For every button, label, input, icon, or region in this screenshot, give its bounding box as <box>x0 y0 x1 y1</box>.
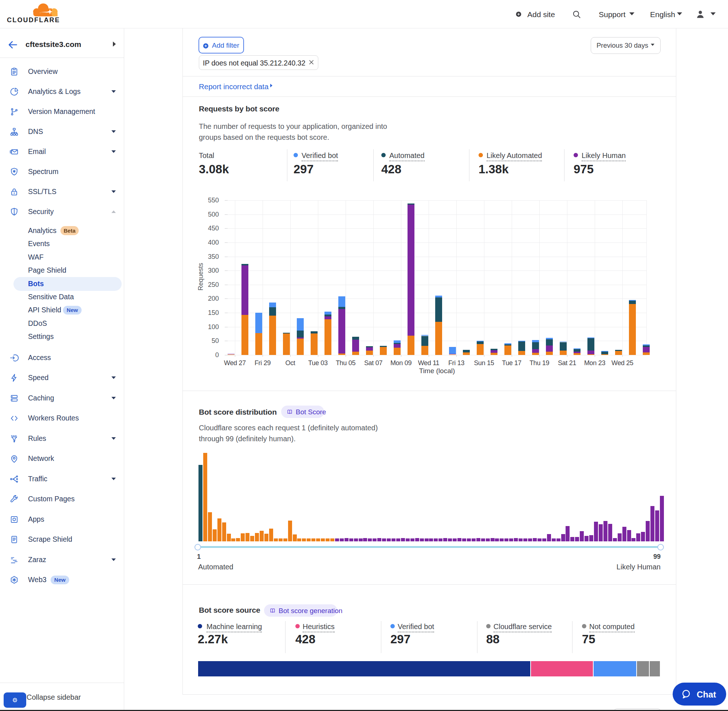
svg-text:50: 50 <box>211 337 219 344</box>
svg-text:Mon 09: Mon 09 <box>390 359 412 367</box>
svg-text:Sun 15: Sun 15 <box>474 359 494 367</box>
svg-text:150: 150 <box>208 309 219 316</box>
svg-text:200: 200 <box>208 295 219 302</box>
svg-text:100: 100 <box>208 323 219 330</box>
svg-text:Tue 03: Tue 03 <box>308 359 328 367</box>
svg-text:Thu 05: Thu 05 <box>336 359 356 367</box>
svg-text:450: 450 <box>208 225 219 232</box>
svg-text:Sat 07: Sat 07 <box>364 359 383 367</box>
svg-text:550: 550 <box>208 196 219 204</box>
svg-text:400: 400 <box>208 239 219 246</box>
svg-text:Oct: Oct <box>285 359 295 367</box>
svg-text:350: 350 <box>208 253 219 260</box>
svg-text:Tue 17: Tue 17 <box>502 359 521 367</box>
svg-text:Wed 11: Wed 11 <box>418 359 440 367</box>
svg-text:0: 0 <box>215 351 219 358</box>
svg-text:Wed 25: Wed 25 <box>611 359 633 367</box>
svg-text:Thu 19: Thu 19 <box>530 359 549 367</box>
svg-text:Fri 29: Fri 29 <box>255 359 271 367</box>
svg-text:Sat 21: Sat 21 <box>558 359 576 367</box>
svg-text:Time (local): Time (local) <box>419 367 455 375</box>
svg-text:Requests: Requests <box>197 263 204 291</box>
svg-text:Wed 27: Wed 27 <box>224 359 246 367</box>
svg-text:300: 300 <box>208 267 219 274</box>
svg-text:500: 500 <box>208 211 219 218</box>
svg-text:250: 250 <box>208 281 219 288</box>
svg-text:Mon 23: Mon 23 <box>584 359 605 367</box>
svg-text:Fri 13: Fri 13 <box>448 359 465 367</box>
